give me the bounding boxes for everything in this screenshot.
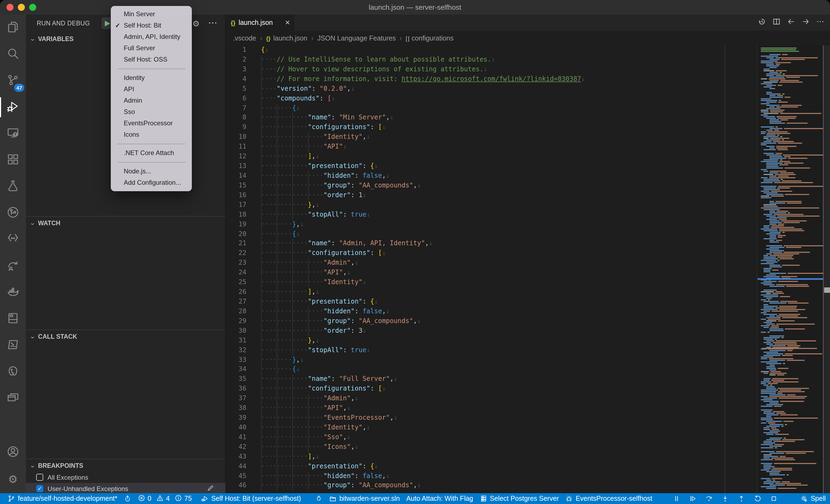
sidebar-title: RUN AND DEBUG [37, 14, 90, 32]
activity-item-powershell[interactable] [0, 332, 26, 359]
files-icon [6, 20, 20, 35]
status-debug-configuration[interactable]: Self Host: Bit (server-selfhost) [198, 493, 304, 504]
menu-item-self-host-bit[interactable]: ✓Self Host: Bit [111, 20, 192, 31]
status-postgres-server[interactable]: Select Postgres Server [476, 493, 562, 504]
activity-item-run-and-debug[interactable] [0, 94, 26, 121]
powershell-icon [6, 338, 20, 353]
menu-item-self-host-oss[interactable]: Self Host: OSS [111, 54, 192, 65]
menu-item-add-configuration[interactable]: Add Configuration... [111, 177, 192, 189]
breakpoint-label: User-Unhandled Exceptions [47, 485, 128, 493]
chevron-down-icon: ⌄ [29, 36, 35, 42]
menu-item-min-server[interactable]: Min Server [111, 9, 192, 20]
status-step-into[interactable] [717, 493, 733, 504]
breadcrumb-item[interactable]: [ ]configurations [406, 34, 454, 42]
scrollbar-thumb[interactable] [824, 288, 830, 293]
chevron-down-icon: ⌄ [29, 220, 35, 226]
code-editor[interactable]: 1234567891011121314151617181920212223242… [225, 45, 830, 493]
status-solution[interactable]: bitwarden-server.sln [326, 493, 403, 504]
code-line-18: ············"stopAll": true↓ [261, 210, 585, 220]
activity-item-postgres-explorer[interactable] [0, 359, 26, 385]
breakpoint-row[interactable]: All Exceptions [26, 472, 225, 483]
section-breakpoints[interactable]: ⌄ BREAKPOINTS [26, 459, 225, 472]
warning-icon [156, 494, 164, 503]
status-spell-checker[interactable]: Spell [796, 493, 830, 504]
activity-item-remote-explorer[interactable] [0, 121, 26, 147]
breadcrumb-item[interactable]: JSON Language Features [317, 34, 395, 42]
code-line-23: ················"Admin",↓ [261, 259, 585, 268]
code-line-22: ············"configurations": [↓ [261, 249, 585, 259]
code-line-31: ············},↓ [261, 336, 585, 345]
code-line-41: ················"Sso",↓ [261, 433, 585, 442]
scrollbar-track[interactable] [823, 45, 830, 493]
minimap[interactable] [757, 45, 823, 493]
menu-item-eventsprocessor[interactable]: EventsProcessor [111, 118, 192, 129]
activity-item-window-panels[interactable] [0, 385, 26, 412]
panels-icon [6, 391, 20, 406]
activity-item-live-share[interactable] [0, 253, 26, 279]
code-line-40: ················"Identity",↓ [261, 423, 585, 433]
menu-item-identity[interactable]: Identity [111, 72, 192, 84]
menu-item-full-server[interactable]: Full Server [111, 43, 192, 54]
pencil-icon[interactable] [206, 484, 215, 494]
docker-icon [6, 285, 20, 300]
menu-item-sso[interactable]: Sso [111, 106, 192, 118]
activity-item-testing[interactable] [0, 173, 26, 200]
code-line-21: ············"name": "Admin, API, Identit… [261, 239, 585, 249]
breakpoint-row[interactable]: ✓ User-Unhandled Exceptions [26, 483, 225, 494]
status-step-over[interactable] [701, 493, 717, 504]
activity-item-search[interactable] [0, 41, 26, 68]
continue-icon [689, 495, 697, 502]
editor-group: {} launch.json ✕ .vscode›{}launch.json›J… [225, 14, 830, 493]
split-icon [772, 19, 781, 28]
status-problems[interactable]: 0475 [134, 493, 198, 504]
close-tab-icon[interactable]: ✕ [285, 19, 290, 27]
status-auto-attach[interactable]: Auto Attach: With Flag [403, 493, 476, 504]
status-restart[interactable] [749, 493, 766, 504]
open-timeline-button[interactable] [758, 17, 766, 28]
activity-item-braces-extension[interactable] [0, 226, 26, 253]
more-actions-icon[interactable]: ··· [209, 14, 218, 32]
checkbox[interactable] [36, 474, 43, 481]
code-line-8: ············"name": "Min Server",↓ [261, 113, 585, 123]
status-branch[interactable]: feature/self-hosted-development* [4, 493, 121, 504]
activity-item-git-graph[interactable] [0, 200, 26, 226]
activity-item-source-control[interactable]: 47 [0, 68, 26, 94]
split-editor-button[interactable] [772, 17, 781, 28]
activity-item-extensions[interactable] [0, 147, 26, 173]
line-number-gutter[interactable]: 1234567891011121314151617181920212223242… [225, 45, 253, 491]
menu-item-api[interactable]: API [111, 84, 192, 95]
breadcrumb-item[interactable]: .vscode [233, 34, 256, 42]
menu-item-admin[interactable]: Admin [111, 95, 192, 106]
status-step-out[interactable] [733, 493, 749, 504]
menu-item-icons[interactable]: Icons [111, 129, 192, 140]
code-line-36: ············"configurations": [↓ [261, 384, 585, 394]
activity-item-accounts[interactable] [0, 439, 26, 466]
go-forward-button[interactable] [801, 17, 810, 28]
section-watch[interactable]: ⌄ WATCH [26, 216, 225, 229]
status-pause[interactable] [668, 493, 684, 504]
menu-item-net-core-attach[interactable]: .NET Core Attach [111, 147, 192, 159]
more-editor-actions-button[interactable] [816, 17, 825, 28]
menu-item-admin-api-identity[interactable]: Admin, API, Identity [111, 31, 192, 43]
code-line-3: ····// Hover to view descriptions of exi… [261, 65, 585, 74]
activity-item-docker[interactable] [0, 279, 26, 306]
status-stop[interactable] [766, 493, 782, 504]
activity-item-explorer[interactable] [0, 14, 26, 41]
breadcrumb-item[interactable]: {}launch.json [266, 34, 308, 42]
activity-item-database[interactable] [0, 306, 26, 332]
gear-icon[interactable]: ⚙ [192, 14, 200, 32]
checkbox[interactable]: ✓ [36, 485, 43, 492]
status-sync-changes[interactable] [121, 493, 134, 504]
code-line-27: ············"presentation": {↓ [261, 297, 585, 307]
tab-launch-json[interactable]: {} launch.json ✕ [225, 14, 294, 31]
flame-icon [315, 495, 323, 502]
activity-item-settings[interactable]: ⚙ [0, 466, 26, 492]
status-events-processor[interactable]: EventsProcessor-selfhost [562, 493, 656, 504]
menu-item-node-js[interactable]: Node.js... [111, 166, 192, 177]
remote-explorer-icon [6, 126, 20, 141]
go-back-button[interactable] [787, 17, 795, 28]
step-out-icon [738, 495, 745, 502]
status-flame[interactable] [312, 493, 326, 504]
section-call-stack[interactable]: ⌄ CALL STACK [26, 330, 225, 342]
status-continue[interactable] [684, 493, 701, 504]
